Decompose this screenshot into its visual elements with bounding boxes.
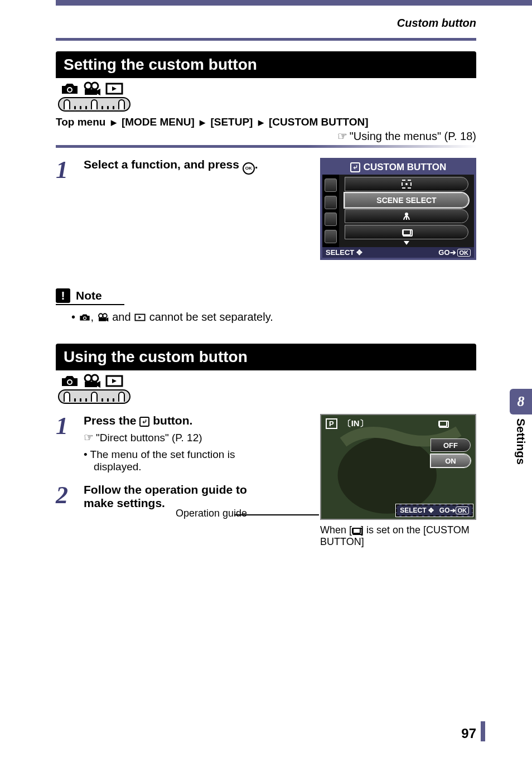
scr1-option-scene-select: SCENE SELECT <box>345 193 468 208</box>
arrow-right-icon: ➔ <box>450 507 456 514</box>
af-target-icon <box>402 180 412 189</box>
header-rule <box>56 38 476 41</box>
svg-point-10 <box>84 317 86 319</box>
lcd-screenshot-live-view: P 〔IN〕 OFF ON SELECT ✥ GO➔OK <box>320 414 476 520</box>
s2s1-ref-text: "Direct buttons" (P. 12) <box>96 432 202 443</box>
gradient-rule <box>56 145 476 148</box>
step2-number-1: 1 <box>56 414 76 438</box>
scr1-foot-go: GO <box>438 248 449 257</box>
note-mid: and <box>112 311 134 323</box>
svg-point-8 <box>405 213 408 216</box>
movie-icon <box>83 374 101 388</box>
mode-icons-row <box>60 81 476 96</box>
scr1-title: ⤶ CUSTOM BUTTON <box>322 160 474 175</box>
chapter-tab: 8 <box>510 389 532 414</box>
svg-point-17 <box>85 375 91 382</box>
dpad-icon: ✥ <box>428 507 434 514</box>
svg-rect-4 <box>85 89 97 95</box>
svg-point-12 <box>103 314 107 317</box>
note-end: cannot be set separately. <box>149 311 273 323</box>
s2s1-post: button. <box>149 414 192 427</box>
camera-icon <box>79 313 91 322</box>
path-item-2: [CUSTOM BUTTON] <box>269 116 369 128</box>
scr1-option-macro <box>345 209 468 224</box>
path-item-0: [MODE MENU] <box>122 116 195 128</box>
svg-point-1 <box>68 88 71 91</box>
movie-icon <box>83 81 101 96</box>
scr1-title-text: CUSTOM BUTTON <box>364 162 447 173</box>
triangle-icon: ▶ <box>111 118 117 127</box>
drive-sequential-icon <box>402 229 411 235</box>
svg-point-18 <box>91 375 98 382</box>
custom-button-icon: ⤶ <box>139 417 149 427</box>
dpad-icon: ✥ <box>356 248 362 257</box>
scr1-footer: SELECT ✥ GO➔OK <box>322 247 474 258</box>
s2s1-ref: ☞"Direct buttons" (P. 12) <box>84 431 273 444</box>
movie-icon <box>97 313 109 322</box>
scr2-footer: SELECT ✥ GO➔OK <box>396 504 473 517</box>
svg-point-3 <box>91 83 98 89</box>
playback-icon <box>105 81 124 96</box>
triangle-icon: ▶ <box>200 118 205 127</box>
triangle-icon: ▶ <box>258 118 264 127</box>
scr1-option-af <box>345 177 468 191</box>
drive-indicator <box>438 418 447 428</box>
svg-point-2 <box>85 83 91 89</box>
scr2-caption: When [] is set on the [CUSTOM BUTTON] <box>320 524 471 548</box>
lcd-screenshot-custom-button-menu: ⤶ CUSTOM BUTTON SCENE SELECT <box>320 158 476 260</box>
note-label: Note <box>76 289 102 302</box>
playback-icon <box>134 313 146 322</box>
drive-sequential-icon <box>352 528 361 534</box>
note-heading: ! Note <box>56 288 124 305</box>
arrow-right-icon: ➔ <box>450 248 456 257</box>
custom-button-icon: ⤶ <box>350 162 360 172</box>
scr1-option-drive <box>345 225 468 239</box>
scr2-foot-go: GO <box>439 507 450 514</box>
scroll-down-arrow-icon <box>404 241 409 245</box>
s2s1-pre: Press the <box>84 414 139 427</box>
menu-path: Top menu ▶ [MODE MENU] ▶ [SETUP] ▶ [CUST… <box>56 116 476 128</box>
path-item-1: [SETUP] <box>210 116 253 128</box>
operation-guide-label: Operation guide <box>176 508 247 519</box>
camera-icon <box>60 81 79 96</box>
scr1-foot-select: SELECT <box>326 248 354 257</box>
step1-post: . <box>255 158 258 171</box>
ok-box-icon: OK <box>456 507 470 514</box>
step2-2-instruction: Follow the operation guide to make setti… <box>84 483 273 510</box>
svg-rect-13 <box>99 318 107 321</box>
scr2-option-on: ON <box>431 454 471 467</box>
operation-guide-leader-line <box>234 514 319 515</box>
section-title-setting: Setting the custom button <box>56 51 476 78</box>
scr2-option-off: OFF <box>431 438 471 452</box>
pointing-hand-icon: ☞ <box>84 431 94 443</box>
playback-icon <box>105 374 124 388</box>
mode-p-icon: P <box>326 418 337 429</box>
note-exclamation-icon: ! <box>56 288 70 303</box>
page-number: 97 <box>461 726 476 741</box>
note-body: • , and cannot be set separately. <box>71 311 476 324</box>
svg-point-7 <box>405 183 408 185</box>
camera-icon <box>60 374 79 388</box>
svg-point-16 <box>68 380 71 384</box>
ok-button-icon: OK <box>243 162 255 175</box>
scr2-foot-select: SELECT <box>400 507 426 514</box>
mode-icons-row-2 <box>60 374 476 388</box>
top-accent-bar <box>56 0 532 6</box>
scr1-side-tabs <box>322 175 339 247</box>
step2-1-instruction: Press the ⤶ button. <box>84 414 273 427</box>
in-memory-label: 〔IN〕 <box>343 418 368 429</box>
ref-line-menus: ☞"Using the menus" (P. 18) <box>56 129 476 143</box>
svg-rect-19 <box>85 382 97 387</box>
chapter-label: Settings <box>514 418 528 465</box>
mode-dial-icon <box>58 97 130 112</box>
mode-dial-icon-2 <box>58 389 130 404</box>
section-title-using: Using the custom button <box>56 344 476 370</box>
page-number-accent <box>481 721 485 741</box>
ok-box-icon: OK <box>457 249 471 257</box>
step2-number-2: 2 <box>56 483 76 508</box>
caption-pre: When [ <box>320 524 352 536</box>
step1-pre: Select a function, and press <box>84 158 243 171</box>
page-header: Custom button <box>397 17 476 30</box>
macro-flower-icon <box>402 211 411 220</box>
path-prefix: Top menu <box>56 116 105 128</box>
